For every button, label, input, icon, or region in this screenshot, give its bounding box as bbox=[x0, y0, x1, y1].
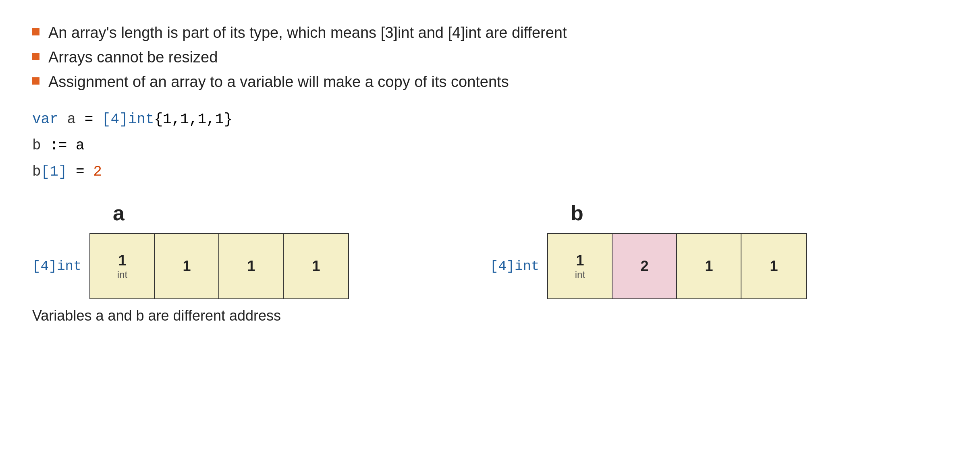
val-2: 2 bbox=[93, 164, 102, 180]
array-a-row: [4]int 1 int 1 1 1 bbox=[32, 233, 349, 299]
cell-b-0-sub: int bbox=[575, 269, 585, 280]
cell-a-0-value: 1 bbox=[118, 252, 126, 269]
diagram-a: a [4]int 1 int 1 1 1 bbox=[32, 201, 490, 299]
code-block: var a = [4]int{1,1,1,1} b := a b[1] = 2 bbox=[32, 107, 948, 185]
short-assign: := bbox=[41, 137, 76, 154]
cell-b-1-value: 2 bbox=[640, 258, 648, 275]
cell-b-1: 2 bbox=[612, 234, 677, 298]
var-b2: b bbox=[32, 164, 41, 180]
array-a-cells: 1 int 1 1 1 bbox=[89, 233, 349, 299]
bullet-icon-1 bbox=[32, 28, 39, 35]
cell-b-3-value: 1 bbox=[770, 258, 778, 275]
bullet-item-2: Arrays cannot be resized bbox=[32, 49, 948, 66]
array-b-row: [4]int 1 int 2 1 1 bbox=[490, 233, 807, 299]
cell-a-3-value: 1 bbox=[312, 258, 320, 275]
cell-a-2-value: 1 bbox=[247, 258, 255, 275]
var-a-label-row: a bbox=[32, 201, 125, 225]
cell-a-2: 1 bbox=[219, 234, 284, 298]
index: [1] bbox=[41, 164, 67, 180]
cell-b-3: 1 bbox=[741, 234, 806, 298]
bullet-icon-2 bbox=[32, 53, 39, 60]
cell-a-3: 1 bbox=[284, 234, 348, 298]
cell-b-0: 1 int bbox=[548, 234, 612, 298]
bullet-list: An array's length is part of its type, w… bbox=[32, 24, 948, 91]
code-line-1: var a = [4]int{1,1,1,1} bbox=[32, 107, 948, 133]
array-vals: {1,1,1,1} bbox=[154, 111, 232, 128]
code-line-3: b[1] = 2 bbox=[32, 159, 948, 185]
array-b-type: [4]int bbox=[490, 259, 539, 274]
cell-b-0-value: 1 bbox=[576, 252, 584, 269]
array-type: [4]int bbox=[93, 111, 154, 128]
val-a: a bbox=[76, 137, 85, 154]
assign-op: = bbox=[85, 111, 93, 128]
cell-b-2-value: 1 bbox=[705, 258, 713, 275]
bullet-item-1: An array's length is part of its type, w… bbox=[32, 24, 948, 41]
diagram-section: a [4]int 1 int 1 1 1 b bbox=[32, 201, 948, 299]
var-a: a bbox=[58, 111, 85, 128]
bullet-item-3: Assignment of an array to a variable wil… bbox=[32, 73, 948, 91]
bullet-icon-3 bbox=[32, 77, 39, 85]
keyword-var: var bbox=[32, 111, 58, 128]
diagram-b: b [4]int 1 int 2 1 1 bbox=[490, 201, 948, 299]
cell-a-0-sub: int bbox=[117, 269, 127, 280]
cell-b-2: 1 bbox=[677, 234, 741, 298]
code-line-2: b := a bbox=[32, 133, 948, 159]
var-b-label: b bbox=[571, 201, 583, 225]
cell-a-0: 1 int bbox=[90, 234, 155, 298]
eq-op: = bbox=[67, 164, 93, 180]
var-b: b bbox=[32, 137, 41, 154]
array-a-type: [4]int bbox=[32, 259, 81, 274]
var-b-label-row: b bbox=[490, 201, 583, 225]
array-b-cells: 1 int 2 1 1 bbox=[547, 233, 807, 299]
footer-text: Variables a and b are different address bbox=[32, 307, 948, 324]
cell-a-1: 1 bbox=[155, 234, 219, 298]
cell-a-1-value: 1 bbox=[183, 258, 191, 275]
var-a-label: a bbox=[113, 201, 125, 225]
